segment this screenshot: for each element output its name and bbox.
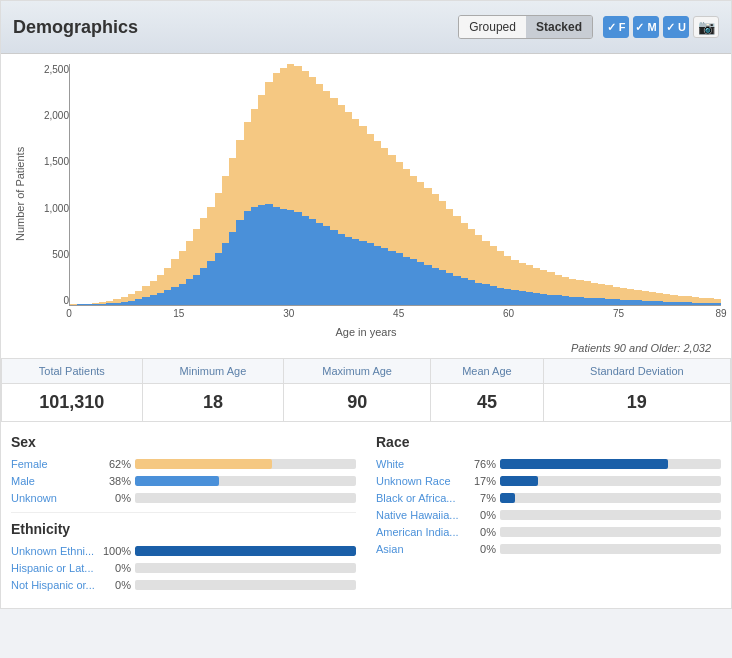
bar-blue	[215, 253, 222, 305]
ethnicity-title: Ethnicity	[11, 521, 356, 537]
grouped-button[interactable]: Grouped	[459, 16, 526, 38]
filter-U-btn[interactable]: ✓ U	[663, 16, 689, 38]
bar-blue	[222, 243, 229, 305]
hist-column	[330, 64, 337, 305]
bar-blue	[439, 270, 446, 305]
y-tick: 1,500	[44, 156, 69, 167]
hist-column	[699, 64, 706, 305]
hist-column	[352, 64, 359, 305]
hist-column	[649, 64, 656, 305]
hist-column	[439, 64, 446, 305]
hist-column	[424, 64, 431, 305]
bar-blue	[692, 303, 699, 305]
hist-column	[215, 64, 222, 305]
hist-column	[287, 64, 294, 305]
hist-column	[345, 64, 352, 305]
hist-column	[714, 64, 721, 305]
hist-column	[396, 64, 403, 305]
bar-orange	[511, 260, 518, 291]
hist-column	[656, 64, 663, 305]
bar-row: Female62%	[11, 458, 356, 470]
stacked-button[interactable]: Stacked	[526, 16, 592, 38]
bar-orange	[302, 71, 309, 216]
hist-column	[302, 64, 309, 305]
bar-orange	[670, 295, 677, 302]
bar-row: Native Hawaiia...0%	[376, 509, 721, 521]
bar-blue	[200, 268, 207, 305]
bar-blue	[330, 230, 337, 305]
col-min-age: Minimum Age	[142, 359, 284, 384]
bar-row-label: Female	[11, 458, 99, 470]
y-tick: 1,000	[44, 203, 69, 214]
bar-row-label: Not Hispanic or...	[11, 579, 99, 591]
bar-row-label: Unknown	[11, 492, 99, 504]
bar-blue	[591, 298, 598, 305]
bar-blue	[142, 297, 149, 305]
bar-orange	[229, 158, 236, 232]
bar-orange	[432, 194, 439, 267]
x-axis-ticks: 0153045607589	[69, 308, 721, 324]
bar-blue	[598, 298, 605, 305]
bar-blue	[302, 216, 309, 305]
chart-area: Number of Patients 2,500 2,000 1,500 1,0…	[1, 54, 731, 358]
hist-column	[316, 64, 323, 305]
bar-orange	[396, 162, 403, 253]
header-controls: Grouped Stacked ✓ F ✓ M ✓ U 📷	[458, 15, 719, 39]
bar-orange	[417, 182, 424, 262]
demographics-panel: Demographics Grouped Stacked ✓ F ✓ M ✓ U…	[0, 0, 732, 609]
bar-row: Unknown Ethni...100%	[11, 545, 356, 557]
bar-blue	[193, 275, 200, 305]
bar-orange	[186, 241, 193, 279]
hist-column	[620, 64, 627, 305]
bar-blue	[461, 278, 468, 305]
bar-orange	[656, 293, 663, 301]
hist-column	[642, 64, 649, 305]
bar-orange	[367, 134, 374, 243]
bar-blue	[179, 284, 186, 305]
bar-blue	[453, 276, 460, 305]
y-tick: 2,500	[44, 64, 69, 75]
hist-column	[670, 64, 677, 305]
hist-column	[526, 64, 533, 305]
bar-blue	[504, 289, 511, 305]
bar-row: Male38%	[11, 475, 356, 487]
race-bars: White76%Unknown Race17%Black or Africa..…	[376, 458, 721, 555]
hist-column	[142, 64, 149, 305]
bar-orange	[482, 241, 489, 285]
bar-row-pct: 0%	[103, 492, 131, 504]
bar-blue	[468, 280, 475, 305]
bar-orange	[258, 95, 265, 205]
bar-row-pct: 0%	[103, 579, 131, 591]
bar-blue	[77, 304, 84, 305]
bar-blue	[367, 243, 374, 305]
bar-blue	[150, 295, 157, 305]
x-axis-label: Age in years	[11, 326, 721, 338]
bar-orange	[468, 229, 475, 280]
filter-F-btn[interactable]: ✓ F	[603, 16, 629, 38]
bar-blue	[540, 294, 547, 305]
bar-row-label: Unknown Ethni...	[11, 545, 99, 557]
bar-track	[500, 544, 721, 554]
camera-button[interactable]: 📷	[693, 16, 719, 38]
bar-orange	[381, 148, 388, 248]
hist-column	[504, 64, 511, 305]
hist-column	[128, 64, 135, 305]
bar-orange	[215, 193, 222, 253]
bar-blue	[656, 301, 663, 305]
bar-orange	[251, 109, 258, 207]
hist-column	[707, 64, 714, 305]
bar-blue	[92, 304, 99, 305]
bar-row: Not Hispanic or...0%	[11, 579, 356, 591]
bar-row-pct: 17%	[468, 475, 496, 487]
bar-row-pct: 0%	[468, 509, 496, 521]
bar-blue	[171, 287, 178, 305]
filter-M-btn[interactable]: ✓ M	[633, 16, 659, 38]
bar-blue	[273, 207, 280, 305]
hist-column	[99, 64, 106, 305]
bar-blue	[352, 239, 359, 305]
bar-blue	[316, 223, 323, 305]
hist-column	[77, 64, 84, 305]
hist-column	[497, 64, 504, 305]
hist-column	[367, 64, 374, 305]
hist-column	[475, 64, 482, 305]
